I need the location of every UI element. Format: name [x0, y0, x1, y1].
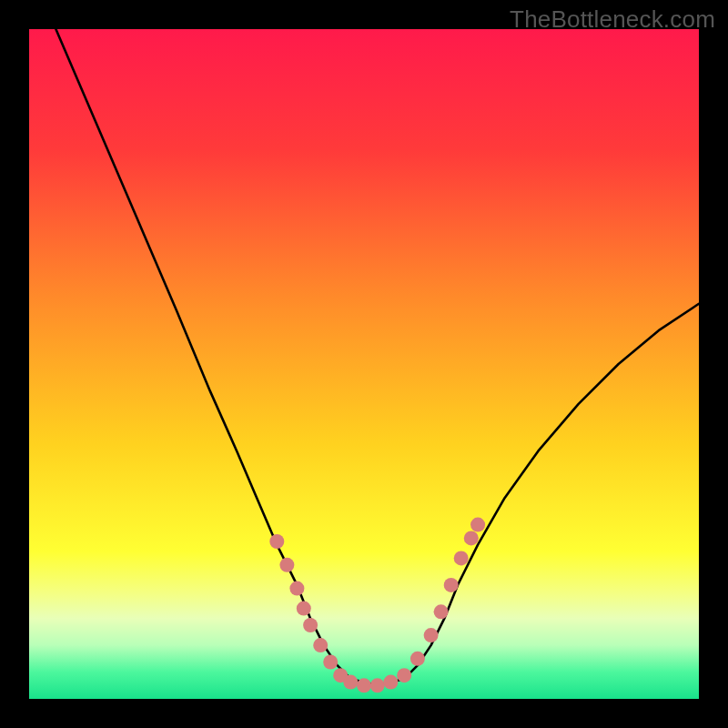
highlight-dot: [303, 618, 318, 632]
highlight-dot: [470, 518, 485, 532]
highlight-dot: [410, 652, 425, 666]
highlight-dot: [269, 534, 284, 549]
highlight-dot: [464, 531, 479, 545]
highlight-dot: [454, 551, 469, 565]
gradient-background: [29, 29, 699, 699]
highlight-dot: [289, 581, 304, 596]
highlight-dot: [397, 668, 411, 682]
plot-area: [29, 29, 699, 699]
highlight-dot: [383, 675, 398, 690]
highlight-dot: [279, 558, 294, 572]
highlight-dot: [343, 675, 358, 690]
highlight-dot: [444, 578, 459, 592]
highlight-dot: [434, 604, 449, 619]
highlight-dot: [357, 678, 371, 693]
highlight-dot: [370, 678, 385, 693]
svg-rect-0: [29, 29, 699, 699]
highlight-dot: [297, 602, 311, 616]
highlight-dot: [424, 628, 439, 642]
highlight-dot: [323, 655, 338, 670]
chart-stage: TheBottleneck.com: [0, 0, 728, 728]
highlight-dot: [313, 638, 328, 652]
